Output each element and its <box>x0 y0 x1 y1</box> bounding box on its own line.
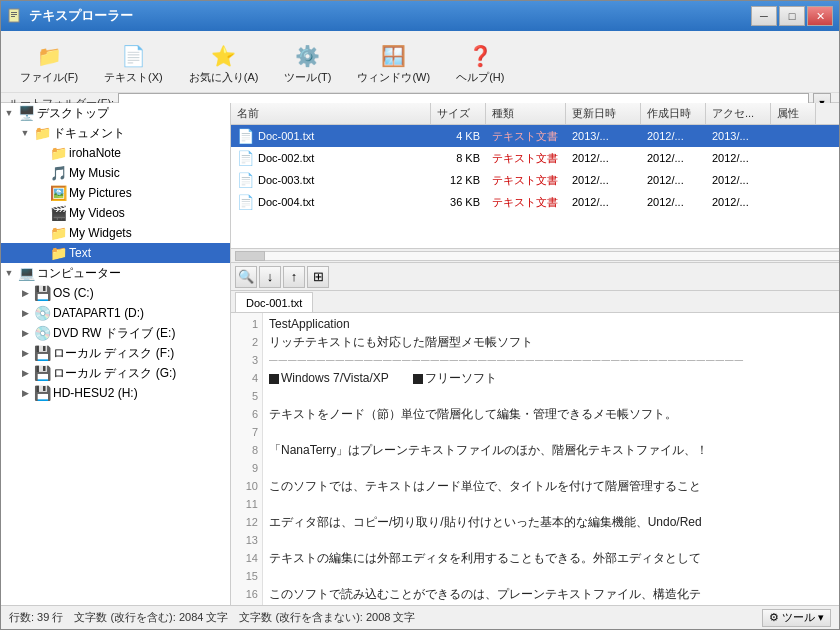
tree-expander-mymusic[interactable] <box>33 165 49 181</box>
tree-expander-irohanote[interactable] <box>33 145 49 161</box>
status-text: 行数: 39 行 文字数 (改行を含む): 2084 文字 文字数 (改行を含ま… <box>9 610 415 625</box>
file-access-2: 2012/... <box>706 169 771 191</box>
tree-expander-myvideos[interactable] <box>33 205 49 221</box>
file-name-text-2: Doc-003.txt <box>258 174 314 186</box>
minimize-button[interactable]: ─ <box>751 6 777 26</box>
horizontal-scrollbar[interactable] <box>231 248 839 262</box>
tree-item-myvideos[interactable]: 🎬My Videos <box>1 203 230 223</box>
file-size-3: 36 KB <box>431 191 486 213</box>
tree-expander-hdhesu2[interactable]: ▶ <box>17 385 33 401</box>
file-size-2: 12 KB <box>431 169 486 191</box>
tree-expander-computer[interactable]: ▼ <box>1 265 17 281</box>
tree-expander-dvdrw[interactable]: ▶ <box>17 325 33 341</box>
tree-item-hdhesu2[interactable]: ▶💾HD-HESU2 (H:) <box>1 383 230 403</box>
col-header-type[interactable]: 種類 <box>486 103 566 124</box>
tree-item-datapart1[interactable]: ▶💿DATAPART1 (D:) <box>1 303 230 323</box>
preview-area[interactable]: 12345678910111213141516 TestApplicationリ… <box>231 313 839 605</box>
status-tool-button[interactable]: ⚙ ツール ▾ <box>762 609 831 627</box>
search-button[interactable]: 🔍 <box>235 266 257 288</box>
table-row[interactable]: 📄 Doc-001.txt 4 KB テキスト文書 2013/... 2012/… <box>231 125 839 147</box>
col-header-access[interactable]: アクセ... <box>706 103 771 124</box>
preview-line: Windows 7/Vista/XP フリーソフト <box>269 369 833 387</box>
title-bar-left: テキスプローラー <box>7 7 133 25</box>
scroll-down-button[interactable]: ↓ <box>259 266 281 288</box>
tree-item-irohanote[interactable]: 📁irohaNote <box>1 143 230 163</box>
tree-label-mywidgets: My Widgets <box>67 226 132 240</box>
tree-label-dvdrw: DVD RW ドライブ (E:) <box>51 325 175 342</box>
line-number: 12 <box>231 513 262 531</box>
preview-line: テキストをノード（節）単位で階層化して編集・管理できるメモ帳ソフト。 <box>269 405 833 423</box>
view-button[interactable]: ⊞ <box>307 266 329 288</box>
line-numbers: 12345678910111213141516 <box>231 313 263 605</box>
tree-icon-mywidgets: 📁 <box>49 224 67 242</box>
col-header-attr[interactable]: 属性 <box>771 103 816 124</box>
line-number: 7 <box>231 423 262 441</box>
preview-line: 「NanaTerry」はプレーンテキストファイルのほか、階層化テキストファイル、… <box>269 441 833 459</box>
tree-item-osc[interactable]: ▶💾OS (C:) <box>1 283 230 303</box>
maximize-button[interactable]: □ <box>779 6 805 26</box>
tree-expander-localg[interactable]: ▶ <box>17 365 33 381</box>
toolbar-item-file[interactable]: 📁 ファイル(F) <box>9 37 89 90</box>
col-header-modified[interactable]: 更新日時 <box>566 103 641 124</box>
tree-item-text[interactable]: 📁Text <box>1 243 230 263</box>
tree-panel[interactable]: ▼🖥️デスクトップ▼📁ドキュメント📁irohaNote🎵My Music🖼️My… <box>1 103 231 605</box>
table-row[interactable]: 📄 Doc-002.txt 8 KB テキスト文書 2012/... 2012/… <box>231 147 839 169</box>
tree-label-hdhesu2: HD-HESU2 (H:) <box>51 386 138 400</box>
file-list-body[interactable]: 📄 Doc-001.txt 4 KB テキスト文書 2013/... 2012/… <box>231 125 839 248</box>
preview-line <box>269 387 833 405</box>
preview-line: ────────────────────────────────────────… <box>269 351 833 369</box>
file-name-0: 📄 Doc-001.txt <box>231 125 431 147</box>
line-number: 14 <box>231 549 262 567</box>
text-label: テキスト(X) <box>104 70 163 85</box>
tree-item-localf[interactable]: ▶💾ローカル ディスク (F:) <box>1 343 230 363</box>
tree-item-mypictures[interactable]: 🖼️My Pictures <box>1 183 230 203</box>
status-bar: 行数: 39 行 文字数 (改行を含む): 2084 文字 文字数 (改行を含ま… <box>1 605 839 629</box>
toolbar-item-favorites[interactable]: ⭐ お気に入り(A) <box>178 37 270 90</box>
tree-icon-myvideos: 🎬 <box>49 204 67 222</box>
line-number: 6 <box>231 405 262 423</box>
toolbar-item-text[interactable]: 📄 テキスト(X) <box>93 37 174 90</box>
tree-expander-desktop[interactable]: ▼ <box>1 105 17 121</box>
file-name-2: 📄 Doc-003.txt <box>231 169 431 191</box>
tree-expander-datapart1[interactable]: ▶ <box>17 305 33 321</box>
toolbar-item-help[interactable]: ❓ ヘルプ(H) <box>445 37 515 90</box>
scroll-up-button[interactable]: ↑ <box>283 266 305 288</box>
tree-item-mywidgets[interactable]: 📁My Widgets <box>1 223 230 243</box>
toolbar-item-tools[interactable]: ⚙️ ツール(T) <box>273 37 342 90</box>
line-number: 5 <box>231 387 262 405</box>
toolbar-item-window[interactable]: 🪟 ウィンドウ(W) <box>346 37 441 90</box>
tree-expander-documents[interactable]: ▼ <box>17 125 33 141</box>
col-header-size[interactable]: サイズ <box>431 103 486 124</box>
table-row[interactable]: 📄 Doc-003.txt 12 KB テキスト文書 2012/... 2012… <box>231 169 839 191</box>
tree-label-localf: ローカル ディスク (F:) <box>51 345 174 362</box>
tree-item-localg[interactable]: ▶💾ローカル ディスク (G:) <box>1 363 230 383</box>
file-tab[interactable]: Doc-001.txt <box>235 292 313 312</box>
tree-expander-localf[interactable]: ▶ <box>17 345 33 361</box>
preview-line: リッチテキストにも対応した階層型メモ帳ソフト <box>269 333 833 351</box>
tree-expander-osc[interactable]: ▶ <box>17 285 33 301</box>
tree-icon-hdhesu2: 💾 <box>33 384 51 402</box>
tree-item-documents[interactable]: ▼📁ドキュメント <box>1 123 230 143</box>
line-number: 1 <box>231 315 262 333</box>
help-icon: ❓ <box>466 42 494 70</box>
file-type-1: テキスト文書 <box>486 147 566 169</box>
tree-item-mymusic[interactable]: 🎵My Music <box>1 163 230 183</box>
tree-expander-mypictures[interactable] <box>33 185 49 201</box>
line-number: 3 <box>231 351 262 369</box>
tree-label-mymusic: My Music <box>67 166 120 180</box>
file-modified-2: 2012/... <box>566 169 641 191</box>
text-icon: 📄 <box>119 42 147 70</box>
tree-label-mypictures: My Pictures <box>67 186 132 200</box>
tree-expander-text[interactable] <box>33 245 49 261</box>
col-header-created[interactable]: 作成日時 <box>641 103 706 124</box>
table-row[interactable]: 📄 Doc-004.txt 36 KB テキスト文書 2012/... 2012… <box>231 191 839 213</box>
tree-expander-mywidgets[interactable] <box>33 225 49 241</box>
tree-item-computer[interactable]: ▼💻コンピューター <box>1 263 230 283</box>
app-icon <box>7 8 23 24</box>
close-button[interactable]: ✕ <box>807 6 833 26</box>
file-name-tab: Doc-001.txt <box>231 291 839 313</box>
tree-item-dvdrw[interactable]: ▶💿DVD RW ドライブ (E:) <box>1 323 230 343</box>
col-header-name[interactable]: 名前 <box>231 103 431 124</box>
file-label: ファイル(F) <box>20 70 78 85</box>
tree-item-desktop[interactable]: ▼🖥️デスクトップ <box>1 103 230 123</box>
